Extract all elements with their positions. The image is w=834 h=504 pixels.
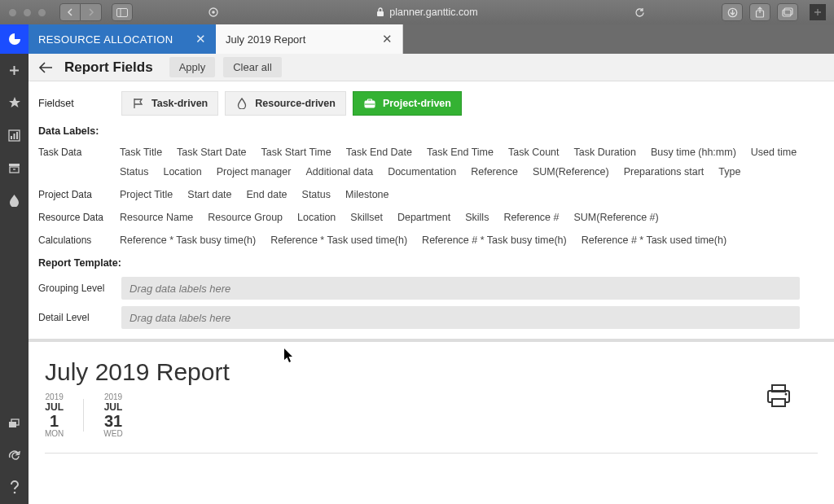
year: 2019: [45, 392, 64, 401]
data-label-tag[interactable]: Task End Date: [345, 145, 414, 160]
download-icon[interactable]: [722, 3, 743, 21]
data-label-tag[interactable]: Type: [717, 164, 742, 179]
data-label-tag[interactable]: Documentation: [386, 164, 458, 179]
tab-label: RESOURCE ALLOCATION: [38, 33, 173, 46]
close-icon[interactable]: ✕: [195, 32, 206, 46]
page-title: Report Fields: [64, 59, 153, 76]
new-tab-button[interactable]: [810, 4, 826, 20]
svg-rect-4: [377, 11, 384, 16]
resource-data-tags: Resource NameResource GroupLocationSkill…: [118, 210, 824, 225]
data-label-tag[interactable]: Task Title: [118, 145, 164, 160]
data-label-tag[interactable]: Task Count: [507, 145, 561, 160]
data-label-tag[interactable]: Reference * Task used time(h): [269, 233, 409, 248]
clear-all-button[interactable]: Clear all: [223, 57, 282, 77]
data-label-tag[interactable]: Reference # * Task used time(h): [580, 233, 728, 248]
data-label-tag[interactable]: Status: [301, 187, 332, 202]
flag-icon: [132, 97, 145, 110]
browser-sidebar-button[interactable]: [112, 3, 133, 21]
resource-data-label: Resource Data: [38, 210, 107, 223]
share-icon[interactable]: [749, 3, 770, 21]
data-label-tag[interactable]: Task Start Date: [175, 145, 248, 160]
data-label-tag[interactable]: Skillset: [349, 210, 384, 225]
data-label-tag[interactable]: Location: [161, 164, 203, 179]
data-label-tag[interactable]: Milestone: [344, 187, 391, 202]
traffic-zoom[interactable]: [37, 8, 46, 17]
detail-dropzone[interactable]: Drag data labels here: [121, 306, 800, 329]
data-label-tag[interactable]: Reference #: [502, 210, 560, 225]
project-data-label: Project Data: [38, 187, 107, 200]
traffic-close[interactable]: [8, 8, 17, 17]
data-label-tag[interactable]: Task Start Time: [260, 145, 333, 160]
data-label-tag[interactable]: Resource Name: [118, 210, 195, 225]
lock-icon: [376, 7, 384, 17]
browser-forward-button[interactable]: [81, 3, 102, 21]
reader-icon: [208, 7, 219, 18]
data-label-tag[interactable]: End date: [245, 187, 289, 202]
data-label-tag[interactable]: Project Title: [118, 187, 174, 202]
sidebar-import-icon[interactable]: [0, 406, 29, 439]
close-icon[interactable]: ✕: [382, 32, 393, 46]
sidebar-drop-icon[interactable]: [0, 184, 29, 217]
data-label-tag[interactable]: Location: [296, 210, 337, 225]
data-label-tag[interactable]: Status: [118, 164, 150, 179]
calculations-tags: Reference * Task busy time(h)Reference *…: [118, 233, 824, 248]
app-logo[interactable]: [0, 24, 29, 54]
grouping-level-label: Grouping Level: [38, 283, 113, 294]
data-label-tag[interactable]: SUM(Reference #): [573, 210, 661, 225]
svg-rect-24: [772, 399, 785, 406]
sidebar-star-icon[interactable]: [0, 86, 29, 119]
data-label-tag[interactable]: Reference # * Task busy time(h): [420, 233, 568, 248]
grouping-dropzone[interactable]: Drag data labels here: [121, 277, 800, 300]
refresh-icon[interactable]: [634, 7, 645, 18]
sidebar-settings-icon[interactable]: [0, 439, 29, 471]
task-data-tags: Task TitleTask Start DateTask Start Time…: [118, 145, 824, 179]
sidebar-add-icon[interactable]: [0, 54, 29, 86]
tabs-icon[interactable]: [777, 3, 798, 21]
back-button[interactable]: [35, 57, 56, 78]
date-separator: [83, 399, 84, 432]
fieldset-row: Fieldset Task-driven Resource-driven: [38, 91, 824, 116]
project-data-tags: Project TitleStart dateEnd dateStatusMil…: [118, 187, 824, 202]
browser-url-bar[interactable]: planner.ganttic.com: [204, 3, 650, 21]
page-header: Report Fields Apply Clear all: [29, 54, 834, 81]
data-label-tag[interactable]: Preparations start: [622, 164, 706, 179]
data-label-tag[interactable]: Task Duration: [573, 145, 638, 160]
data-label-tag[interactable]: Busy time (hh:mm): [649, 145, 738, 160]
data-label-tag[interactable]: Department: [396, 210, 452, 225]
fieldset-project-button[interactable]: Project-driven: [353, 91, 462, 116]
data-label-tag[interactable]: Used time: [749, 145, 798, 160]
window-traffic-lights: [8, 8, 46, 17]
url-text: planner.ganttic.com: [389, 7, 477, 18]
fieldset-resource-button[interactable]: Resource-driven: [225, 91, 346, 116]
browser-chrome: planner.ganttic.com: [0, 0, 834, 24]
report-template-title: Report Template:: [38, 257, 824, 269]
tab-resource-allocation[interactable]: RESOURCE ALLOCATION ✕: [29, 24, 216, 54]
dropzone-placeholder: Drag data labels here: [129, 283, 230, 295]
svg-rect-0: [117, 8, 128, 16]
data-label-tag[interactable]: Task End Time: [425, 145, 495, 160]
data-label-tag[interactable]: SUM(Reference): [531, 164, 611, 179]
apply-button[interactable]: Apply: [169, 57, 216, 77]
data-label-tag[interactable]: Additional data: [304, 164, 375, 179]
sidebar-archive-icon[interactable]: [0, 151, 29, 184]
day: 31: [103, 413, 122, 429]
data-label-tag[interactable]: Reference: [469, 164, 520, 179]
svg-point-25: [785, 393, 788, 396]
data-label-tag[interactable]: Start date: [186, 187, 233, 202]
data-labels-title: Data Labels:: [38, 125, 824, 137]
fieldset-task-button[interactable]: Task-driven: [121, 91, 218, 116]
task-data-label: Task Data: [38, 145, 107, 158]
data-label-tag[interactable]: Reference * Task busy time(h): [118, 233, 257, 248]
sidebar-help-icon[interactable]: [0, 471, 29, 504]
data-label-tag[interactable]: Project manager: [215, 164, 293, 179]
sidebar-chart-icon[interactable]: [0, 119, 29, 151]
data-label-tag[interactable]: Resource Group: [206, 210, 284, 225]
drop-icon: [235, 97, 248, 110]
browser-back-button[interactable]: [59, 3, 81, 21]
dropzone-placeholder: Drag data labels here: [129, 312, 230, 324]
tab-report[interactable]: July 2019 Report ✕: [216, 24, 403, 54]
data-label-tag[interactable]: Skills: [463, 210, 490, 225]
print-button[interactable]: [764, 383, 793, 409]
traffic-minimize[interactable]: [23, 8, 32, 17]
browser-right-icons: [722, 3, 798, 21]
